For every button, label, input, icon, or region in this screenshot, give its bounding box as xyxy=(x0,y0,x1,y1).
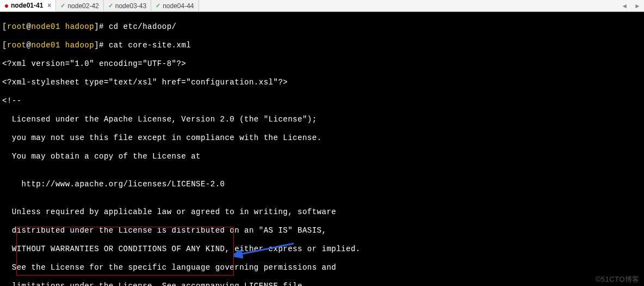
terminal-line: distributed under the License is distrib… xyxy=(2,226,642,235)
terminal-line: Unless required by applicable law or agr… xyxy=(2,208,642,217)
tab-node03[interactable]: ✓ node03-43 xyxy=(104,0,151,11)
tab-scroll-left[interactable]: ◄ xyxy=(618,0,631,11)
terminal-line: Licensed under the Apache License, Versi… xyxy=(2,115,642,124)
terminal-line: [root@node01 hadoop]# cat core-site.xml xyxy=(2,41,642,50)
tab-node02[interactable]: ✓ node02-42 xyxy=(56,0,103,11)
check-icon: ✓ xyxy=(108,2,113,9)
terminal-line: you may not use this file except in comp… xyxy=(2,133,642,143)
watermark: ©51CTO博客 xyxy=(596,275,640,284)
close-icon[interactable]: × xyxy=(47,2,51,9)
tab-label: node03-43 xyxy=(115,2,146,10)
tab-scroll-right[interactable]: ► xyxy=(631,0,644,11)
tab-node04[interactable]: ✓ node04-44 xyxy=(151,0,199,11)
check-icon: ✓ xyxy=(60,2,65,9)
terminal-line: <?xml-stylesheet type="text/xsl" href="c… xyxy=(2,78,642,87)
terminal-line: <?xml version="1.0" encoding="UTF-8"?> xyxy=(2,59,642,69)
terminal-line: See the License for the specific languag… xyxy=(2,263,642,272)
terminal-line: <!-- xyxy=(2,96,642,106)
dot-icon: ● xyxy=(4,3,9,8)
terminal-line: [root@node01 hadoop]# cd etc/hadoop/ xyxy=(2,22,642,32)
tab-bar: ● node01-41 × ✓ node02-42 ✓ node03-43 ✓ … xyxy=(0,0,644,12)
tab-label: node04-44 xyxy=(163,2,194,10)
tab-label: node02-42 xyxy=(67,2,98,10)
tab-spacer xyxy=(199,0,618,11)
tab-node01[interactable]: ● node01-41 × xyxy=(0,0,56,11)
tab-label: node01-41 xyxy=(11,2,43,9)
terminal[interactable]: [root@node01 hadoop]# cd etc/hadoop/ [ro… xyxy=(0,12,644,286)
check-icon: ✓ xyxy=(156,2,160,9)
terminal-line: You may obtain a copy of the License at xyxy=(2,152,642,161)
terminal-line: WITHOUT WARRANTIES OR CONDITIONS OF ANY … xyxy=(2,245,642,254)
terminal-line: http://www.apache.org/licenses/LICENSE-2… xyxy=(2,180,642,189)
terminal-line: limitations under the License. See accom… xyxy=(2,282,642,286)
